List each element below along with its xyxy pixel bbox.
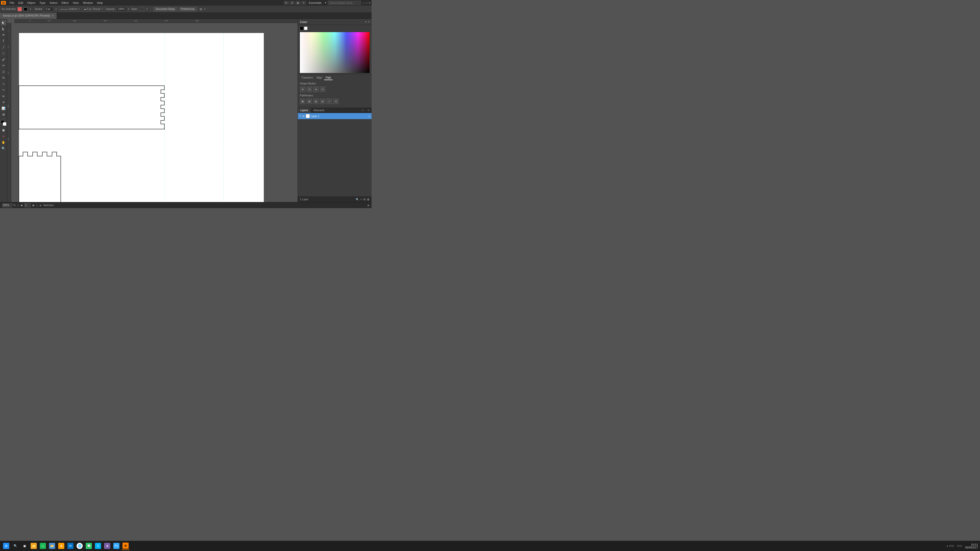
tool-symbolsprayer[interactable]: ✳: [1, 100, 6, 105]
menu-right: Br St ▦ ✦ Essentials ▼ — □ ✕: [284, 1, 371, 5]
essentials-dropdown[interactable]: Essentials: [307, 1, 323, 5]
color-panel-expand-icon[interactable]: »: [365, 21, 367, 23]
menu-help[interactable]: Help: [95, 1, 105, 5]
menu-object[interactable]: Object: [25, 1, 37, 5]
window-close-icon[interactable]: ✕: [369, 2, 371, 4]
layers-search-icon[interactable]: 🔍: [356, 198, 359, 201]
black-swatch[interactable]: [300, 27, 304, 30]
background-swatch[interactable]: [3, 122, 6, 126]
tool-hand[interactable]: ✋: [1, 140, 6, 145]
transform-align-path-panel: Transform Align Path Shape Modes: ⊕ ⊖ ⊗ …: [298, 74, 372, 108]
menu-type[interactable]: Type: [38, 1, 48, 5]
layer-target-icon[interactable]: ◎: [368, 115, 370, 118]
pathfinder-merge[interactable]: ▤: [313, 98, 319, 104]
pathfinder-outline[interactable]: □: [326, 98, 332, 104]
tool-gradient[interactable]: ▣: [1, 127, 6, 133]
tool-selection[interactable]: [1, 20, 6, 25]
cap-style-select[interactable]: ▬ 5 pt. Round ▼: [83, 7, 104, 11]
pathfinder-minus-back[interactable]: ⊟: [333, 98, 339, 104]
shape-mode-minus[interactable]: ⊖: [307, 86, 312, 92]
ruler-mark-0: 0: [30, 20, 30, 22]
selection-label: No Selection: [2, 8, 16, 11]
layers-tab[interactable]: Layers: [298, 108, 311, 113]
menu-edit[interactable]: Edit: [17, 1, 25, 5]
document-setup-button[interactable]: Document Setup: [153, 7, 177, 11]
menu-effect[interactable]: Effect: [60, 1, 70, 5]
artboard-number-input[interactable]: [24, 203, 30, 207]
zoom-input[interactable]: [2, 203, 12, 207]
white-swatch[interactable]: [304, 27, 307, 30]
layers-close-icon[interactable]: ✕: [366, 108, 372, 113]
preferences-button[interactable]: Preferences: [179, 7, 197, 11]
menu-select[interactable]: Select: [48, 1, 59, 5]
bridge-st-icon[interactable]: St: [290, 1, 294, 5]
window-minimize-icon[interactable]: —: [363, 2, 365, 4]
menu-file[interactable]: File: [8, 1, 16, 5]
tool-zoom[interactable]: 🔍: [1, 146, 6, 151]
layers-menu-icon[interactable]: ≡: [360, 108, 366, 113]
tab-transform[interactable]: Transform: [300, 76, 314, 80]
bridge-star-icon[interactable]: ✦: [301, 1, 306, 5]
tool-paintbrush[interactable]: 🖌: [1, 57, 6, 62]
tool-line[interactable]: ╱: [1, 44, 6, 50]
opacity-input[interactable]: [117, 7, 126, 11]
layers-new-from-selection-icon[interactable]: ⊞: [363, 198, 366, 201]
color-panel-header: Color » ≡: [298, 19, 372, 25]
tool-artboard[interactable]: ⊞: [1, 112, 6, 118]
bridge-br-icon[interactable]: Br: [284, 1, 289, 5]
layer-expand-icon[interactable]: ▶: [303, 115, 305, 118]
menu-window[interactable]: Window: [81, 1, 95, 5]
artboard-nav-next-icon[interactable]: ▶: [33, 204, 35, 206]
tool-rotate[interactable]: ↻: [1, 75, 6, 81]
status-arrow-left-icon[interactable]: ◀: [39, 204, 41, 206]
layers-panel: Layers Artboards ≡ ✕ 👁 ▶ Layer 1 ◎ 1 Lay…: [298, 108, 372, 202]
bridge-grid-icon[interactable]: ▦: [296, 1, 301, 5]
tab-pathfinder[interactable]: Path: [324, 76, 332, 80]
color-panel-menu-icon[interactable]: ≡: [368, 21, 369, 23]
pathfinder-trim[interactable]: ▧: [307, 98, 312, 104]
status-scroll-icon[interactable]: ▶: [368, 204, 369, 206]
shape-mode-unite[interactable]: ⊕: [300, 86, 305, 92]
tool-scale[interactable]: ⤡: [1, 81, 6, 87]
artboards-tab[interactable]: Artboards: [311, 108, 327, 113]
search-adobe-stock-input[interactable]: [328, 1, 361, 5]
canvas-area[interactable]: 0 100 200 300 400 500 600 0 100 200 300 …: [7, 19, 298, 202]
layer-row-1[interactable]: 👁 ▶ Layer 1 ◎: [298, 113, 372, 119]
tab-align[interactable]: Align: [315, 76, 324, 80]
tool-direct-selection[interactable]: [1, 26, 6, 32]
color-spectrum[interactable]: [300, 32, 369, 73]
style-swatch[interactable]: [139, 7, 144, 11]
tool-pencil[interactable]: ✏: [1, 63, 6, 68]
arrange-icon[interactable]: ⊞: [200, 7, 202, 11]
color-swatches[interactable]: [1, 120, 6, 126]
pathfinder-icons: ▦ ▧ ▤ ▥ □ ⊟: [300, 98, 369, 104]
shape-mode-intersect[interactable]: ⊗: [313, 86, 319, 92]
shape-mode-exclude[interactable]: ⊘: [320, 86, 325, 92]
layer-visibility-icon[interactable]: 👁: [299, 115, 302, 118]
tab-close-icon[interactable]: ✕: [52, 14, 54, 17]
stroke-line-select[interactable]: Uniform ▼: [59, 7, 81, 11]
tool-none[interactable]: ⊘: [1, 133, 6, 139]
ruler-mark-600: 600: [196, 20, 199, 22]
file-tab[interactable]: frame2.ai @ 200% (CMYK/GPU Preview) ✕: [0, 13, 57, 19]
tool-graph[interactable]: 📊: [1, 106, 6, 111]
tool-type[interactable]: T: [1, 38, 6, 44]
layers-footer-icons: 🔍 + ⊞ 🗑: [356, 198, 369, 201]
window-maximize-icon[interactable]: □: [366, 2, 368, 4]
stroke-swatch[interactable]: [24, 7, 27, 11]
color-swatches-row: [298, 25, 372, 31]
pathfinder-divide[interactable]: ▦: [300, 98, 305, 104]
tool-rectangle[interactable]: □: [1, 51, 6, 56]
stroke-width-input[interactable]: [44, 7, 53, 11]
layers-delete-icon[interactable]: 🗑: [367, 198, 369, 201]
menu-view[interactable]: View: [71, 1, 81, 5]
tool-width[interactable]: ⊳: [1, 94, 6, 99]
style-label: Style:: [131, 8, 138, 11]
tool-warp[interactable]: 〜: [1, 87, 6, 93]
pathfinder-crop[interactable]: ▥: [320, 98, 325, 104]
layers-new-layer-icon[interactable]: +: [360, 198, 362, 201]
tool-pen[interactable]: ✒: [1, 32, 6, 38]
fill-swatch[interactable]: [18, 7, 22, 11]
tool-eraser[interactable]: ◻: [1, 69, 6, 75]
artboard-nav-prev-icon[interactable]: ◀: [21, 204, 22, 206]
